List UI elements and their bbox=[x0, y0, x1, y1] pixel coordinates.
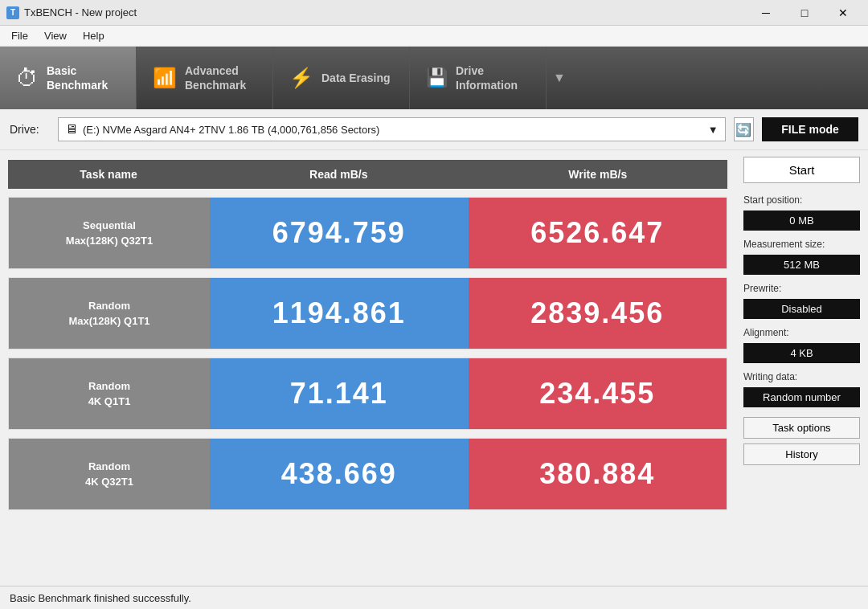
task-name-4: Random4K Q32T1 bbox=[9, 439, 210, 509]
task-options-button[interactable]: Task options bbox=[743, 417, 860, 439]
drive-information-label: DriveInformation bbox=[456, 63, 518, 92]
prewrite-label: Prewrite: bbox=[743, 283, 860, 294]
tab-data-erasing[interactable]: ⚡ Data Erasing bbox=[273, 47, 410, 109]
basic-benchmark-icon: ⏱ bbox=[16, 65, 39, 92]
main-content: Task name Read mB/s Write mB/s Sequentia… bbox=[0, 150, 868, 586]
drive-refresh-button[interactable]: 🔄 bbox=[734, 117, 754, 141]
menu-bar: File View Help bbox=[0, 26, 868, 47]
history-button[interactable]: History bbox=[743, 443, 860, 465]
advanced-benchmark-label: AdvancedBenchmark bbox=[185, 63, 246, 92]
header-task-name: Task name bbox=[8, 160, 209, 189]
measurement-size-label: Measurement size: bbox=[743, 239, 860, 250]
table-row: SequentialMax(128K) Q32T1 6794.759 6526.… bbox=[8, 197, 727, 269]
drive-select[interactable]: 🖥 (E:) NVMe Asgard AN4+ 2TNV 1.86 TB (4,… bbox=[58, 117, 726, 141]
file-mode-button[interactable]: FILE mode bbox=[762, 117, 858, 141]
write-value-2: 2839.456 bbox=[469, 278, 727, 349]
menu-help[interactable]: Help bbox=[75, 28, 113, 43]
start-position-label: Start position: bbox=[743, 194, 860, 206]
drive-dropdown-arrow: ▼ bbox=[708, 124, 719, 136]
tab-drive-information[interactable]: 💾 DriveInformation bbox=[410, 47, 547, 109]
data-erasing-icon: ⚡ bbox=[289, 67, 313, 89]
writing-data-label: Writing data: bbox=[743, 371, 860, 382]
writing-data-value[interactable]: Random number bbox=[743, 387, 860, 407]
table-row: Random4K Q32T1 438.669 380.884 bbox=[8, 438, 727, 510]
prewrite-value[interactable]: Disabled bbox=[743, 299, 860, 319]
write-value-1: 6526.647 bbox=[469, 198, 727, 268]
close-button[interactable]: ✕ bbox=[825, 0, 862, 26]
write-value-3: 234.455 bbox=[469, 358, 727, 429]
header-read: Read mB/s bbox=[209, 160, 469, 189]
tab-basic-benchmark[interactable]: ⏱ BasicBenchmark bbox=[0, 47, 137, 109]
read-value-4: 438.669 bbox=[210, 439, 469, 509]
status-bar: Basic Benchmark finished successfully. bbox=[0, 586, 868, 609]
bench-header: Task name Read mB/s Write mB/s bbox=[8, 160, 727, 189]
menu-view[interactable]: View bbox=[36, 28, 75, 43]
basic-benchmark-label: BasicBenchmark bbox=[47, 63, 108, 92]
header-write: Write mB/s bbox=[469, 160, 728, 189]
title-bar-left: T TxBENCH - New project bbox=[6, 6, 137, 19]
task-name-2: RandomMax(128K) Q1T1 bbox=[9, 278, 210, 349]
tab-advanced-benchmark[interactable]: 📶 AdvancedBenchmark bbox=[137, 47, 273, 109]
start-position-value[interactable]: 0 MB bbox=[743, 210, 860, 231]
start-button[interactable]: Start bbox=[743, 157, 860, 183]
app-icon: T bbox=[6, 6, 19, 19]
drive-row: Drive: 🖥 (E:) NVMe Asgard AN4+ 2TNV 1.86… bbox=[0, 109, 868, 150]
table-row: Random4K Q1T1 71.141 234.455 bbox=[8, 358, 727, 430]
title-bar: T TxBENCH - New project ─ □ ✕ bbox=[0, 0, 868, 26]
drive-value: (E:) NVMe Asgard AN4+ 2TNV 1.86 TB (4,00… bbox=[83, 124, 708, 136]
right-sidebar: Start Start position: 0 MB Measurement s… bbox=[735, 150, 868, 586]
toolbar: ⏱ BasicBenchmark 📶 AdvancedBenchmark ⚡ D… bbox=[0, 47, 868, 109]
task-name-1: SequentialMax(128K) Q32T1 bbox=[9, 198, 210, 268]
drive-icon: 🖥 bbox=[65, 122, 78, 137]
menu-file[interactable]: File bbox=[3, 28, 36, 43]
window-title: TxBENCH - New project bbox=[24, 6, 137, 18]
advanced-benchmark-icon: 📶 bbox=[153, 67, 177, 89]
toolbar-more-dropdown[interactable]: ▼ bbox=[547, 47, 572, 109]
maximize-button[interactable]: □ bbox=[786, 0, 823, 26]
benchmark-area: Task name Read mB/s Write mB/s Sequentia… bbox=[0, 150, 735, 586]
measurement-size-value[interactable]: 512 MB bbox=[743, 255, 860, 275]
minimize-button[interactable]: ─ bbox=[747, 0, 784, 26]
read-value-2: 1194.861 bbox=[210, 278, 469, 349]
data-erasing-label: Data Erasing bbox=[321, 71, 391, 85]
alignment-label: Alignment: bbox=[743, 327, 860, 338]
title-bar-controls: ─ □ ✕ bbox=[747, 0, 862, 26]
alignment-value[interactable]: 4 KB bbox=[743, 343, 860, 363]
write-value-4: 380.884 bbox=[469, 439, 727, 509]
read-value-3: 71.141 bbox=[210, 358, 469, 429]
task-name-3: Random4K Q1T1 bbox=[9, 358, 210, 429]
drive-information-icon: 💾 bbox=[426, 67, 448, 88]
read-value-1: 6794.759 bbox=[210, 198, 469, 268]
drive-label: Drive: bbox=[10, 123, 50, 136]
table-row: RandomMax(128K) Q1T1 1194.861 2839.456 bbox=[8, 277, 727, 349]
status-text: Basic Benchmark finished successfully. bbox=[10, 592, 191, 604]
